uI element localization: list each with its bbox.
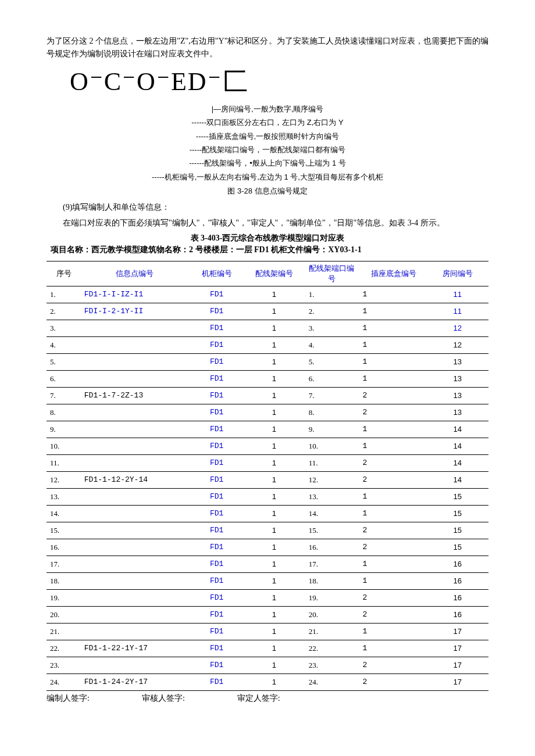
table-cell: 2 [361,673,427,690]
table-cell: 16 [427,606,488,623]
table-cell: 11. [47,454,82,471]
table-cell: 17 [427,640,488,657]
table-cell: FD1 [188,320,245,336]
table-cell: 17 [427,623,488,640]
table-cell: FD1 [188,505,245,522]
table-cell: 15 [427,505,488,522]
table-cell: 1 [245,353,303,370]
table-cell: 7. [303,387,361,404]
table-row: 12.FD1-1-12-2Y-14FD1112.214 [47,471,488,488]
table-cell: 9. [47,421,82,438]
table-row: 5.FD115.113 [47,353,488,370]
table-cell: 2 [361,657,427,673]
table-cell [82,606,188,623]
table-cell: FD1 [188,454,245,471]
table-row: 4.FD114.112 [47,336,488,353]
table-cell: FD1 [188,657,245,673]
table-cell: 13 [427,353,488,370]
table-cell: FD1 [188,556,245,572]
diagram-note: -----插座底盒编号,一般按照顺时针方向编号 [47,130,488,143]
table-cell: FD1 [188,589,245,606]
table-cell: FDI-I-2-1Y-II [82,303,188,320]
diagram-note: -----配线架端口编号，一般配线架端口都有编号 [47,143,488,156]
table-cell: 13 [427,387,488,404]
sign-reviewer: 审核人签字: [142,693,185,704]
table-cell: 1 [245,488,303,505]
table-cell [82,438,188,454]
col-port: 配线架端口编号 [303,261,361,286]
table-cell: 1 [245,623,303,640]
table-row: 24.FD1-1-24-2Y-17FD1124.217 [47,673,488,690]
table-cell: 1 [361,640,427,657]
figure-caption: 图 3-28 信息点编号规定 [47,186,488,196]
table-row: 23.FD1123.217 [47,657,488,673]
table-cell: FD1 [188,438,245,454]
table-cell: 7. [47,387,82,404]
table-cell: 14. [303,505,361,522]
table-cell: 1 [361,505,427,522]
table-cell: FD1-1-7-2Z-13 [82,387,188,404]
table-cell: FD1 [188,572,245,589]
table-cell [82,657,188,673]
table-cell: 1 [361,320,427,336]
intro-paragraph: 为了区分这 2 个信息点，一般左边用"Z",右边用"Y"标记和区分。为了安装施工… [47,35,488,61]
table-cell: 1 [245,589,303,606]
diagram-note: ------配线架编号，•般从上向下编号,上端为 1 号 [47,156,488,170]
table-row: 6.FD116.113 [47,370,488,387]
table-row: 1.FD1-I-I-IZ-I1FD111.111 [47,286,488,303]
table-cell: 4. [47,336,82,353]
table-cell: 1 [245,505,303,522]
table-cell: 1 [361,336,427,353]
table-cell: 1 [245,387,303,404]
table-cell: 1 [245,471,303,488]
table-cell [82,539,188,556]
table-cell: 2 [361,471,427,488]
table-cell: 14 [427,454,488,471]
table-cell: 1 [245,522,303,539]
table-cell: FD1 [188,522,245,539]
table-row: 18.FD1118.116 [47,572,488,589]
table-cell: 1 [361,370,427,387]
table-row: 22.FD1-1-22-1Y-17FD1122.117 [47,640,488,657]
table-cell [82,623,188,640]
section-9-body: 在端口对应表的下面必须填写"编制人"，"审核人"，"审定人"，"编制单位"，"日… [47,217,488,230]
table-cell: 1 [361,303,427,320]
table-cell: 1 [361,572,427,589]
table-cell: 12. [303,471,361,488]
table-cell: 1 [245,539,303,556]
table-row: 16.FD1116.215 [47,539,488,556]
table-cell: 1 [245,606,303,623]
table-cell: 6. [47,370,82,387]
sign-author: 编制人签字: [47,693,90,704]
table-cell: 2 [361,589,427,606]
table-cell: 18. [303,572,361,589]
table-cell: FD1 [188,606,245,623]
table-cell: FD1 [188,488,245,505]
table-cell [82,353,188,370]
table-cell: 1 [361,623,427,640]
table-cell [82,488,188,505]
table-cell: 1 [361,488,427,505]
table-row: 7.FD1-1-7-2Z-13FD117.213 [47,387,488,404]
table-cell: FD1 [188,539,245,556]
table-cell: 1 [361,438,427,454]
table-cell: 13. [47,488,82,505]
table-cell: 22. [47,640,82,657]
table-cell: 20. [303,606,361,623]
table-row: 20.FD1120.216 [47,606,488,623]
table-cell [82,404,188,421]
table-cell: 24. [47,673,82,690]
table-row: 17.FD1117.116 [47,556,488,572]
diagram-note: |—房间编号,一般为数字,顺序编号 [47,102,488,116]
table-cell [82,454,188,471]
table-cell: 23. [303,657,361,673]
table-cell: 5. [303,353,361,370]
table-cell: 1 [245,438,303,454]
table-cell: 11 [427,303,488,320]
table-title: 表 3-403-西元综合布线教学模型端口对应表 [47,233,488,243]
table-cell: FD1-1-24-2Y-17 [82,673,188,690]
table-cell: 1 [245,640,303,657]
table-cell: 3. [303,320,361,336]
table-cell: 1 [245,286,303,303]
table-cell: 1 [361,556,427,572]
